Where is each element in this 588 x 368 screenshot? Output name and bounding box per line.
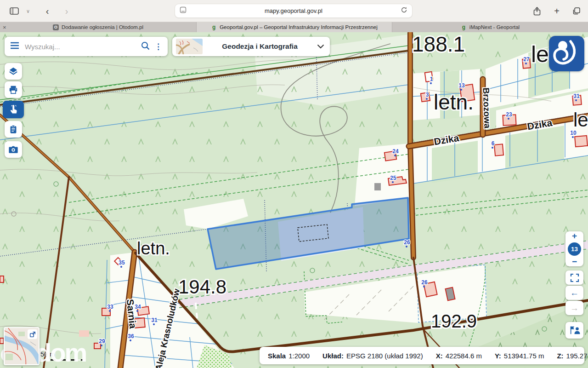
geoportal-favicon: g xyxy=(461,24,467,30)
svg-text:letn.: letn. xyxy=(137,239,170,258)
svg-text:26: 26 xyxy=(404,239,410,246)
svg-text:192.9: 192.9 xyxy=(431,311,477,331)
search-panel: ⋮ xyxy=(5,37,168,56)
map-theme-panel[interactable]: Geodezja i Kartografia xyxy=(172,37,330,56)
base-map[interactable]: 188.1 194.8 192.9 letn. letn. letn. letn… xyxy=(0,32,588,368)
map-viewport[interactable]: 188.1 194.8 192.9 letn. letn. letn. letn… xyxy=(0,32,588,368)
screen: ∨ ‹ › mapy.geoportal.gov.pl + × xyxy=(0,0,588,368)
tab-title: Geoportal.gov.pl – Geoportal Infrastrukt… xyxy=(220,24,378,30)
browser-toolbar: ∨ ‹ › mapy.geoportal.gov.pl + xyxy=(0,0,588,22)
svg-text:3: 3 xyxy=(426,92,429,98)
zoom-panel: + 13 − xyxy=(565,231,583,266)
y-label: Y: xyxy=(495,352,501,360)
svg-text:letn.: letn. xyxy=(573,109,588,131)
url-bar[interactable]: mapy.geoportal.gov.pl xyxy=(175,4,413,18)
svg-text:36: 36 xyxy=(128,333,134,339)
minimap-external-link-icon[interactable] xyxy=(28,329,37,339)
svg-text:35: 35 xyxy=(119,259,125,266)
search-input[interactable] xyxy=(24,42,136,51)
svg-text:Brzozowa: Brzozowa xyxy=(481,87,492,129)
tab-strip: × O Dodawanie ogłoszenia | Otodom.pl g G… xyxy=(0,22,588,32)
svg-text:31: 31 xyxy=(573,93,580,99)
svg-text:letn.: letn. xyxy=(434,90,474,114)
reload-icon[interactable] xyxy=(401,6,407,15)
overview-minimap[interactable] xyxy=(4,327,40,365)
share-icon[interactable] xyxy=(531,5,543,17)
sidebar-chevron-icon[interactable]: ∨ xyxy=(22,5,34,17)
svg-text:26: 26 xyxy=(421,279,428,286)
page-icon xyxy=(180,6,187,15)
otodom-favicon: O xyxy=(53,24,59,30)
svg-text:23: 23 xyxy=(506,111,512,118)
theme-title: Geodezja i Kartografia xyxy=(207,42,312,51)
svg-text:6: 6 xyxy=(492,140,495,147)
zoom-out-button[interactable]: − xyxy=(572,259,577,265)
tab-overview-icon[interactable] xyxy=(571,5,582,17)
x-label: X: xyxy=(436,352,443,360)
url-text: mapy.geoportal.gov.pl xyxy=(187,7,401,14)
geoportal-logo[interactable] xyxy=(549,36,584,71)
y-value: 513941.75 m xyxy=(504,352,544,360)
menu-icon[interactable] xyxy=(10,42,19,51)
tab-close-icon[interactable]: × xyxy=(3,24,6,31)
sidebar-toggle-icon[interactable] xyxy=(8,5,20,17)
fullscreen-button[interactable] xyxy=(565,270,583,285)
more-options-icon[interactable]: ⋮ xyxy=(154,42,162,52)
scale-value: 1:2000 xyxy=(288,352,310,360)
x-value: 422584.6 m xyxy=(446,352,482,360)
svg-text:194.8: 194.8 xyxy=(178,276,226,298)
clipboard-button[interactable] xyxy=(5,121,22,138)
svg-text:27: 27 xyxy=(523,56,530,63)
search-icon[interactable] xyxy=(141,41,150,52)
history-back-button[interactable]: ← xyxy=(565,286,583,300)
print-button[interactable] xyxy=(5,81,22,98)
tab-title: iMapNext - Geoportal xyxy=(469,24,520,30)
svg-text:31: 31 xyxy=(151,317,158,323)
z-label: Z: xyxy=(557,352,563,360)
svg-text:25: 25 xyxy=(390,175,396,181)
svg-text:13: 13 xyxy=(458,82,465,89)
svg-text:33: 33 xyxy=(107,304,113,310)
tab-title: Dodawanie ogłoszenia | Otodom.pl xyxy=(62,24,143,30)
crs-label: Układ: xyxy=(322,352,344,360)
zoom-level-badge: 13 xyxy=(568,242,581,256)
tab-imapnext[interactable]: g iMapNext - Geoportal xyxy=(392,22,588,32)
crs-value: EPSG 2180 (układ 1992) xyxy=(346,352,423,360)
svg-text:24: 24 xyxy=(392,148,399,155)
svg-text:1: 1 xyxy=(430,76,433,82)
touch-select-button[interactable] xyxy=(3,101,24,118)
forward-button[interactable]: › xyxy=(61,5,73,17)
new-tab-button[interactable]: + xyxy=(551,5,563,17)
theme-thumbnail xyxy=(176,39,203,54)
svg-text:188.1: 188.1 xyxy=(412,32,465,56)
zoom-in-button[interactable]: + xyxy=(572,233,577,239)
tab-otodom[interactable]: × O Dodawanie ogłoszenia | Otodom.pl xyxy=(0,22,196,32)
status-bar: Skala1:2000 Układ:EPSG 2180 (układ 1992)… xyxy=(260,347,584,364)
geoportal-favicon: g xyxy=(211,24,217,30)
svg-text:10: 10 xyxy=(570,130,577,136)
feedback-person-button[interactable] xyxy=(565,322,583,339)
layers-button[interactable] xyxy=(5,63,22,80)
z-value: 195.27 xyxy=(566,352,588,360)
svg-text:34: 34 xyxy=(135,304,141,310)
camera-button[interactable] xyxy=(5,141,22,158)
scale-label: Skala xyxy=(268,352,286,360)
svg-text:29: 29 xyxy=(99,338,105,345)
tab-geoportal[interactable]: g Geoportal.gov.pl – Geoportal Infrastru… xyxy=(196,22,392,32)
history-forward-button[interactable]: → xyxy=(565,301,583,315)
chevron-down-icon[interactable] xyxy=(317,42,324,51)
back-button[interactable]: ‹ xyxy=(41,5,53,17)
